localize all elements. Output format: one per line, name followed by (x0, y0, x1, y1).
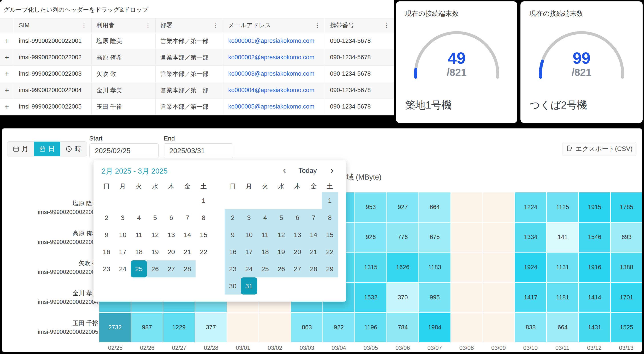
calendar-day-28[interactable]: 28 (179, 260, 196, 277)
calendar-day-12[interactable]: 12 (273, 226, 289, 243)
calendar-day-23[interactable]: 23 (225, 260, 241, 277)
calendar-day-8[interactable]: 8 (196, 209, 212, 226)
calendar-day-20[interactable]: 20 (163, 243, 179, 260)
calendar-day-24[interactable]: 24 (241, 260, 257, 277)
calendar-prev-icon[interactable]: ‹ (283, 165, 286, 175)
calendar-today-button[interactable]: Today (298, 167, 317, 175)
row-expander-icon[interactable]: + (0, 49, 14, 65)
heatmap-cell: 1701 (611, 283, 642, 312)
calendar-day-7[interactable]: 7 (306, 209, 322, 226)
calendar-day-17[interactable]: 17 (115, 243, 131, 260)
calendar-day-3[interactable]: 3 (115, 209, 131, 226)
calendar-day-10[interactable]: 10 (241, 226, 257, 243)
calendar-day-25[interactable]: 25 (257, 260, 273, 277)
calendar-day-6[interactable]: 6 (163, 209, 179, 226)
calendar-day-4[interactable]: 4 (257, 209, 273, 226)
calendar-day-29[interactable]: 29 (322, 260, 338, 277)
calendar-day-16[interactable]: 16 (225, 243, 241, 260)
calendar-day-5[interactable]: 5 (273, 209, 289, 226)
calendar-day-24[interactable]: 24 (115, 260, 131, 277)
calendar-day-2[interactable]: 2 (98, 209, 115, 226)
column-header-email[interactable]: メールアドレス ⋮ (223, 18, 325, 33)
calendar-day-1[interactable]: 1 (322, 192, 338, 209)
calendar-day-9[interactable]: 9 (98, 226, 115, 243)
calendar-day-21[interactable]: 21 (306, 243, 322, 260)
row-expander-icon[interactable]: + (0, 66, 14, 82)
calendar-day-3[interactable]: 3 (241, 209, 257, 226)
calendar-day-22[interactable]: 22 (196, 243, 212, 260)
calendar-day-1[interactable]: 1 (196, 192, 212, 209)
calendar-day-26[interactable]: 26 (273, 260, 289, 277)
email-link[interactable]: ko000003@apresiakokomo.com (228, 70, 314, 77)
calendar-day-28[interactable]: 28 (306, 260, 322, 277)
column-menu-icon[interactable]: ⋮ (313, 22, 322, 29)
calendar-day-27[interactable]: 27 (163, 260, 179, 277)
calendar-day-16[interactable]: 16 (98, 243, 115, 260)
calendar-day-22[interactable]: 22 (322, 243, 338, 260)
calendar-day-11[interactable]: 11 (257, 226, 273, 243)
calendar-day-19[interactable]: 19 (147, 243, 163, 260)
calendar-day-15[interactable]: 15 (196, 226, 212, 243)
column-header-dept[interactable]: 部署 ⋮ (156, 18, 223, 33)
calendar-day-11[interactable]: 11 (131, 226, 147, 243)
calendar-day-14[interactable]: 14 (306, 226, 322, 243)
calendar-day-13[interactable]: 13 (289, 226, 306, 243)
calendar-day-9[interactable]: 9 (225, 226, 241, 243)
end-date-input[interactable]: 2025/03/31 (164, 143, 233, 158)
calendar-day-17[interactable]: 17 (241, 243, 257, 260)
period-button-日[interactable]: 日 (34, 142, 60, 156)
x-axis-label: 03/04 (323, 345, 355, 351)
calendar-day-2[interactable]: 2 (225, 209, 241, 226)
calendar-day-12[interactable]: 12 (147, 226, 163, 243)
column-menu-icon[interactable]: ⋮ (144, 22, 152, 29)
calendar-day-21[interactable]: 21 (179, 243, 196, 260)
table-row[interactable]: +imsi-999002000022005玉田 千裕営業本部／第一部ko0000… (0, 99, 394, 115)
column-header-phone[interactable]: 携帯番号 ⋮ (325, 18, 394, 33)
calendar-day-13[interactable]: 13 (163, 226, 179, 243)
calendar-day-27[interactable]: 27 (289, 260, 306, 277)
row-expander-icon[interactable]: + (0, 99, 14, 115)
column-menu-icon[interactable]: ⋮ (212, 22, 220, 29)
table-row[interactable]: +imsi-999002000022004金川 孝美営業本部／第一部ko0000… (0, 82, 394, 99)
period-button-月[interactable]: 月 (7, 142, 34, 156)
calendar-day-8[interactable]: 8 (322, 209, 338, 226)
table-row[interactable]: +imsi-999002000022001塩原 隆美営業本部／第一部ko0000… (0, 33, 394, 49)
calendar-day-23[interactable]: 23 (98, 260, 115, 277)
column-header-user[interactable]: 利用者 ⋮ (92, 18, 156, 33)
calendar-day-6[interactable]: 6 (289, 209, 306, 226)
heatmap-cell: 1181 (547, 283, 578, 312)
calendar-day-26[interactable]: 26 (147, 260, 163, 277)
calendar-day-30[interactable]: 30 (225, 277, 241, 295)
calendar-day-7[interactable]: 7 (179, 209, 196, 226)
table-row[interactable]: +imsi-999002000022003矢吹 敬営業本部／第一部ko00000… (0, 66, 394, 82)
calendar-day-5[interactable]: 5 (147, 209, 163, 226)
calendar-day-14[interactable]: 14 (179, 226, 196, 243)
calendar-day-empty (131, 192, 147, 209)
email-link[interactable]: ko000004@apresiakokomo.com (228, 87, 314, 94)
period-button-時[interactable]: 時 (60, 142, 87, 156)
calendar-day-25[interactable]: 25 (131, 260, 147, 277)
email-link[interactable]: ko000005@apresiakokomo.com (228, 103, 314, 110)
cell-dept: 営業本部／第一部 (156, 66, 223, 82)
calendar-day-19[interactable]: 19 (273, 243, 289, 260)
calendar-day-18[interactable]: 18 (257, 243, 273, 260)
row-expander-icon[interactable]: + (0, 33, 14, 49)
heatmap-cell (483, 192, 514, 222)
email-link[interactable]: ko000002@apresiakokomo.com (228, 54, 314, 61)
column-header-sim[interactable]: SIM ⋮ (14, 18, 92, 33)
email-link[interactable]: ko000001@apresiakokomo.com (228, 37, 314, 44)
table-row[interactable]: +imsi-999002000022002高原 侑希営業本部／第一部ko0000… (0, 49, 394, 66)
export-csv-button[interactable]: エクスポート(CSV) (562, 142, 636, 156)
row-expander-icon[interactable]: + (0, 82, 14, 98)
column-menu-icon[interactable]: ⋮ (382, 22, 391, 29)
calendar-day-4[interactable]: 4 (131, 209, 147, 226)
calendar-day-10[interactable]: 10 (115, 226, 131, 243)
calendar-day-18[interactable]: 18 (131, 243, 147, 260)
column-menu-icon[interactable]: ⋮ (80, 22, 88, 29)
calendar-day-31[interactable]: 31 (241, 277, 257, 295)
calendar-day-20[interactable]: 20 (289, 243, 306, 260)
start-date-input[interactable]: 2025/02/25 (89, 143, 159, 158)
calendar-day-15[interactable]: 15 (322, 226, 338, 243)
x-axis-label: 03/13 (610, 345, 642, 351)
calendar-next-icon[interactable]: › (330, 165, 333, 175)
